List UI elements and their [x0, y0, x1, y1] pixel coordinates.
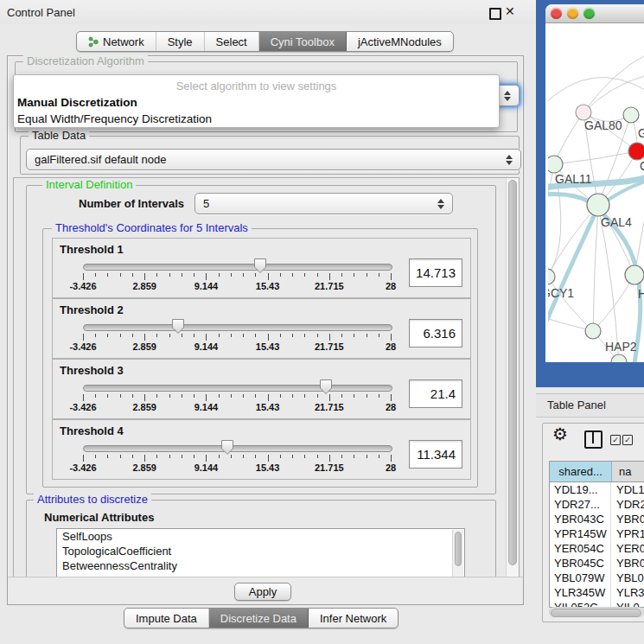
table-row[interactable]: YER054CYER0 [550, 541, 644, 556]
close-icon[interactable]: ✕ [505, 4, 515, 18]
network-edge[interactable] [583, 75, 644, 112]
tick-mark [132, 334, 133, 337]
tick-mark [194, 455, 194, 458]
network-edge-highlighted[interactable] [548, 207, 598, 326]
threshold-value-field[interactable]: 6.316 [409, 319, 462, 348]
minimize-button[interactable] [567, 8, 578, 19]
tab-infer-network[interactable]: Infer Network [309, 609, 398, 628]
network-edge[interactable] [593, 205, 598, 331]
tick-mark [341, 394, 342, 398]
tick-mark [206, 394, 207, 401]
table-row[interactable]: YBR045CYBR0 [550, 556, 644, 571]
threshold-label: Threshold 2 [60, 303, 124, 316]
tick-mark [329, 394, 330, 401]
tick-mark [120, 394, 121, 398]
threshold-value-field[interactable]: 11.344 [409, 440, 462, 469]
gear-icon[interactable]: ⚙ [552, 425, 568, 443]
threshold-value-field[interactable]: 21.4 [409, 379, 462, 408]
threshold-panel-4: Threshold 4-3.4262.8599.14415.4321.71528… [52, 419, 471, 480]
table-row[interactable]: YPR145WYPR1 [550, 526, 644, 541]
slider-thumb[interactable] [319, 379, 333, 395]
network-edge[interactable] [554, 151, 637, 164]
tick-mark [292, 273, 293, 277]
tick-label: 2.859 [132, 341, 156, 352]
checkbox-icon[interactable]: ✓ [622, 435, 633, 445]
tick-mark [268, 394, 269, 401]
cell-name: YBR0 [611, 512, 644, 526]
app-root: { "control_panel": { "title": "Control P… [0, 0, 644, 644]
viewport-scrollbar[interactable] [506, 178, 519, 577]
table-panel: ⚙ ✓ ✓ shared... na YDL19...YDL1YDR27...Y… [542, 423, 644, 622]
tick-mark [144, 334, 145, 341]
zoom-button[interactable] [583, 8, 595, 19]
table-horizontal-scrollbar[interactable] [549, 607, 644, 617]
tick-mark [107, 394, 108, 398]
tick-mark [194, 394, 194, 398]
slider-track[interactable] [83, 324, 392, 331]
tick-mark [243, 334, 244, 337]
tab-discretize-data[interactable]: Discretize Data [209, 609, 309, 628]
tick-mark [144, 394, 145, 401]
table-body: YDL19...YDL1YDR27...YDR2YBR043CYBR0YPR14… [550, 482, 644, 608]
number-of-intervals-spinner[interactable]: 5 [194, 193, 453, 214]
tick-mark [132, 394, 133, 398]
table-row[interactable]: YDL19...YDL1 [550, 482, 644, 497]
network-node-c[interactable] [628, 143, 644, 160]
algorithm-placeholder-option[interactable]: Select algorithm to view settings [14, 78, 499, 94]
column-header-shared-name[interactable]: shared... [550, 462, 612, 481]
slider-thumb[interactable] [220, 439, 234, 456]
tab-jactivemnodules[interactable]: jActiveMNodules [347, 32, 453, 51]
tab-impute-data[interactable]: Impute Data [124, 609, 209, 628]
slider-tick-labels: -3.4262.8599.14415.4321.71528 [83, 402, 391, 413]
scrollbar-thumb[interactable] [455, 532, 462, 566]
numerical-attributes-list[interactable]: SelfLoopsTopologicalCoefficientBetweenne… [56, 528, 465, 578]
tick-label: 28 [386, 341, 396, 352]
network-node-h[interactable] [625, 265, 644, 284]
scrollbar-thumb[interactable] [551, 609, 641, 617]
tab-cyni-toolbox[interactable]: Cyni Toolbox [259, 32, 347, 51]
columns-icon[interactable] [584, 430, 603, 449]
table-row[interactable]: YBL079WYBL0 [550, 571, 644, 585]
tab-network[interactable]: Network [77, 32, 156, 51]
network-window-titlebar[interactable] [545, 4, 644, 23]
slider-thumb[interactable] [171, 318, 185, 335]
tick-mark [95, 273, 96, 277]
table-data-combobox[interactable]: galFiltered.sif default node [26, 149, 521, 170]
tick-label: 21.715 [315, 281, 344, 291]
scrollbar-thumb[interactable] [508, 180, 517, 565]
tab-select[interactable]: Select [205, 32, 259, 51]
apply-button[interactable]: Apply [234, 583, 291, 601]
slider-track[interactable] [83, 385, 392, 392]
table-row[interactable]: YLR345WYLR3 [550, 585, 644, 600]
table-row[interactable]: YDR27...YDR2 [550, 497, 644, 512]
tick-mark [255, 394, 256, 398]
tab-style[interactable]: Style [156, 32, 205, 51]
float-window-icon[interactable] [489, 8, 501, 20]
network-node-gal4[interactable] [587, 194, 609, 216]
threshold-value-field[interactable]: 14.713 [409, 258, 462, 287]
attribute-item[interactable]: BetweennessCentrality [57, 558, 464, 573]
network-canvas[interactable]: GAL80GACGAL11GAL4GCY1HHAP2 [545, 23, 644, 362]
attribute-item[interactable]: SelfLoops [57, 529, 464, 544]
cell-shared-name: YLR345W [550, 585, 611, 600]
slider-track[interactable] [83, 445, 392, 452]
control-panel-titlebar: Control Panel ✕ [0, 0, 536, 24]
table-row[interactable]: YBR043CYBR0 [550, 512, 644, 526]
algorithm-option-manual-discretization[interactable]: Manual Discretization [14, 94, 499, 111]
algorithm-option-equal-width-frequency-discretization[interactable]: Equal Width/Frequency Discretization [14, 111, 499, 127]
tick-mark [107, 334, 108, 337]
cell-name: YDR2 [611, 497, 644, 512]
network-node-gal11[interactable] [548, 156, 563, 173]
interval-definition-group: Interval Definition Number of Intervals … [26, 185, 496, 494]
attribute-item[interactable]: TopologicalCoefficient [57, 544, 464, 558]
close-button[interactable] [551, 8, 562, 19]
slider-thumb[interactable] [253, 258, 267, 274]
tick-mark [268, 334, 269, 341]
checkbox-icon[interactable]: ✓ [610, 435, 621, 445]
network-node-hap2[interactable] [585, 323, 601, 339]
network-node-gcy1[interactable] [548, 269, 555, 284]
attributes-scrollbar[interactable] [452, 530, 463, 577]
network-node-ga[interactable] [623, 107, 639, 123]
slider-track[interactable] [83, 264, 392, 271]
column-header-name[interactable]: na [612, 462, 644, 481]
